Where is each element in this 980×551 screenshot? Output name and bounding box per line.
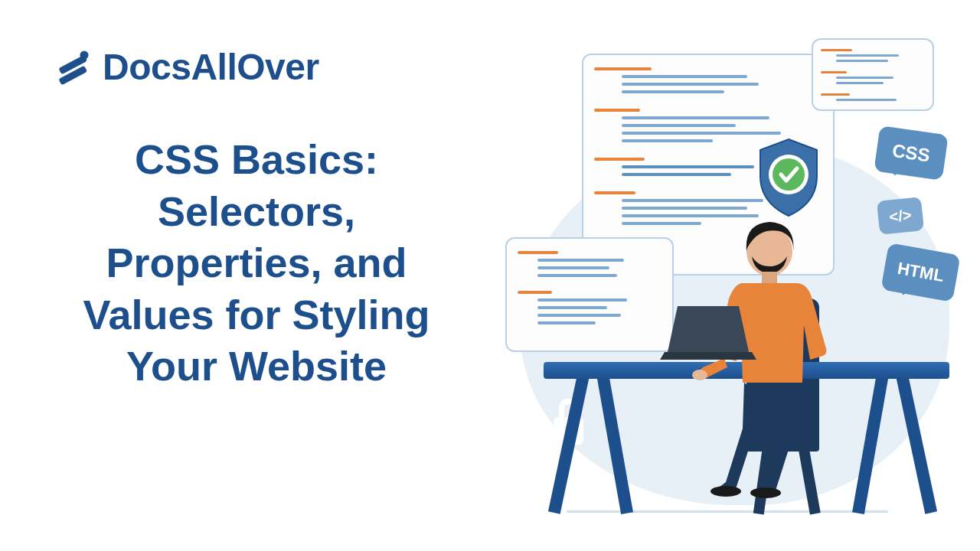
svg-point-10 (692, 370, 707, 380)
brand-name: DocsAllOver (103, 46, 319, 88)
left-panel: DocsAllOver CSS Basics: Selectors, Prope… (0, 0, 490, 551)
svg-point-11 (710, 486, 741, 497)
brand-logo-icon (54, 47, 93, 87)
floor-line (567, 510, 888, 513)
shield-icon (754, 138, 823, 218)
svg-point-2 (80, 51, 89, 59)
page-title: CSS Basics: Selectors, Properties, and V… (54, 134, 459, 393)
developer-illustration: CSS </> HTML (490, 38, 965, 528)
logo-row: DocsAllOver (54, 46, 459, 88)
laptop-icon (658, 302, 758, 364)
css-bubble: CSS (874, 126, 948, 181)
svg-point-12 (750, 487, 781, 498)
svg-point-4 (773, 158, 805, 191)
illustration-panel: CSS </> HTML (490, 0, 980, 551)
code-window-small-left (505, 237, 674, 352)
code-window-small-top (812, 38, 934, 111)
code-bubble: </> (877, 197, 924, 235)
